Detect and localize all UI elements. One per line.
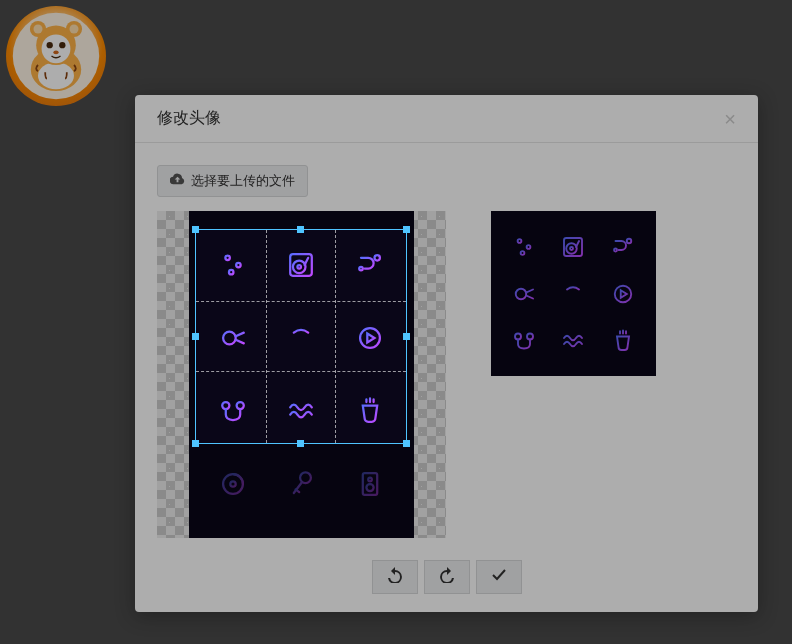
rotate-right-button[interactable] (424, 560, 470, 594)
crop-toolbar (157, 560, 736, 594)
svg-point-39 (517, 239, 521, 243)
sliders-icon (499, 223, 549, 270)
svg-point-41 (520, 251, 524, 255)
resize-handle-tm[interactable] (297, 226, 304, 233)
svg-point-7 (34, 25, 43, 34)
svg-point-51 (615, 285, 632, 302)
svg-point-43 (567, 243, 578, 254)
current-avatar (6, 6, 106, 106)
svg-point-10 (59, 42, 65, 48)
crop-preview (491, 211, 656, 376)
svg-point-45 (627, 238, 632, 243)
rotate-right-icon (439, 567, 455, 587)
svg-point-40 (526, 245, 530, 249)
check-icon (491, 567, 507, 587)
modal-header: 修改头像 × (135, 95, 758, 143)
svg-point-11 (53, 51, 58, 55)
modal-body: 选择要上传的文件 (135, 143, 758, 612)
cup-icon (598, 317, 648, 364)
microphone-icon (267, 447, 335, 520)
horn-icon (499, 270, 549, 317)
wave-icon (549, 317, 599, 364)
svg-point-34 (368, 477, 372, 481)
resize-handle-tl[interactable] (192, 226, 199, 233)
resize-handle-mr[interactable] (403, 333, 410, 340)
svg-point-44 (570, 247, 573, 250)
resize-handle-br[interactable] (403, 440, 410, 447)
flow-icon (598, 223, 648, 270)
earbuds-icon (499, 317, 549, 364)
avatar-modal: 修改头像 × 选择要上传的文件 (135, 95, 758, 612)
resize-handle-tr[interactable] (403, 226, 410, 233)
play-circle-icon (598, 270, 648, 317)
shower-icon (549, 270, 599, 317)
upload-button[interactable]: 选择要上传的文件 (157, 165, 308, 197)
rotate-left-icon (387, 567, 403, 587)
svg-point-46 (614, 248, 617, 251)
crop-selection[interactable] (195, 229, 407, 444)
svg-point-2 (38, 62, 74, 89)
crop-area (157, 211, 736, 538)
svg-point-9 (47, 42, 53, 48)
close-icon[interactable]: × (720, 109, 740, 129)
crop-canvas[interactable] (157, 211, 446, 538)
modal-title: 修改头像 (157, 108, 221, 129)
svg-point-35 (366, 484, 373, 491)
turntable-icon (549, 223, 599, 270)
svg-point-4 (42, 34, 71, 63)
svg-point-8 (70, 25, 79, 34)
resize-handle-ml[interactable] (192, 333, 199, 340)
resize-handle-bm[interactable] (297, 440, 304, 447)
svg-point-31 (230, 481, 235, 486)
upload-button-label: 选择要上传的文件 (191, 172, 295, 190)
cloud-upload-icon (170, 173, 185, 189)
rotate-left-button[interactable] (372, 560, 418, 594)
speaker-icon (336, 447, 404, 520)
disc-icon (199, 447, 267, 520)
confirm-button[interactable] (476, 560, 522, 594)
resize-handle-bl[interactable] (192, 440, 199, 447)
